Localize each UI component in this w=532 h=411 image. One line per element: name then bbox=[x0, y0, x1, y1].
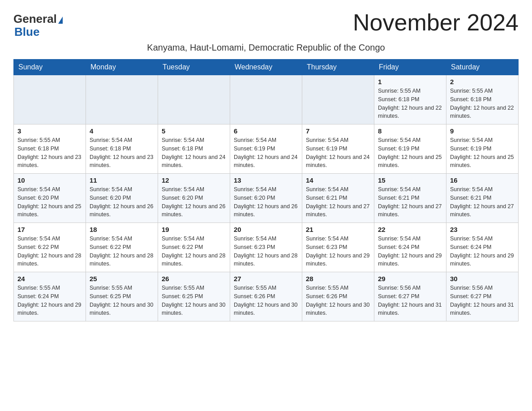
day-info: Sunrise: 5:56 AMSunset: 6:27 PMDaylight:… bbox=[450, 284, 515, 317]
day-number: 12 bbox=[162, 176, 226, 184]
table-row: 1Sunrise: 5:55 AMSunset: 6:18 PMDaylight… bbox=[374, 75, 446, 124]
day-number: 27 bbox=[234, 275, 298, 283]
day-number: 17 bbox=[17, 226, 82, 233]
day-info: Sunrise: 5:54 AMSunset: 6:20 PMDaylight:… bbox=[162, 185, 226, 219]
location-title: Kanyama, Haut-Lomami, Democratic Republi… bbox=[13, 43, 519, 53]
day-info: Sunrise: 5:54 AMSunset: 6:18 PMDaylight:… bbox=[90, 136, 154, 170]
day-number: 7 bbox=[306, 127, 370, 135]
logo-triangle-icon bbox=[58, 17, 63, 24]
day-info: Sunrise: 5:54 AMSunset: 6:22 PMDaylight:… bbox=[162, 235, 226, 268]
day-info: Sunrise: 5:55 AMSunset: 6:25 PMDaylight:… bbox=[90, 284, 154, 317]
table-row: 2Sunrise: 5:55 AMSunset: 6:18 PMDaylight… bbox=[446, 75, 519, 124]
table-row: 28Sunrise: 5:55 AMSunset: 6:26 PMDayligh… bbox=[302, 272, 374, 321]
table-row: 29Sunrise: 5:56 AMSunset: 6:27 PMDayligh… bbox=[374, 272, 446, 321]
table-row: 26Sunrise: 5:55 AMSunset: 6:25 PMDayligh… bbox=[158, 272, 230, 321]
day-number: 20 bbox=[234, 226, 298, 233]
day-number: 1 bbox=[378, 78, 442, 86]
table-row: 25Sunrise: 5:55 AMSunset: 6:25 PMDayligh… bbox=[86, 272, 158, 321]
day-number: 21 bbox=[306, 226, 370, 233]
day-number: 5 bbox=[162, 127, 226, 135]
col-saturday: Saturday bbox=[446, 60, 519, 75]
day-info: Sunrise: 5:55 AMSunset: 6:18 PMDaylight:… bbox=[378, 87, 442, 120]
day-info: Sunrise: 5:54 AMSunset: 6:21 PMDaylight:… bbox=[378, 185, 442, 219]
day-info: Sunrise: 5:54 AMSunset: 6:21 PMDaylight:… bbox=[450, 185, 515, 219]
table-row bbox=[230, 75, 302, 124]
table-row: 4Sunrise: 5:54 AMSunset: 6:18 PMDaylight… bbox=[86, 124, 158, 174]
col-friday: Friday bbox=[374, 60, 446, 75]
table-row: 13Sunrise: 5:54 AMSunset: 6:20 PMDayligh… bbox=[230, 174, 302, 223]
table-row: 30Sunrise: 5:56 AMSunset: 6:27 PMDayligh… bbox=[446, 272, 519, 321]
table-row: 5Sunrise: 5:54 AMSunset: 6:18 PMDaylight… bbox=[158, 124, 230, 174]
page-header: General Blue November 2024 bbox=[13, 9, 519, 38]
logo-general: General bbox=[13, 13, 63, 26]
calendar-week-row: 3Sunrise: 5:55 AMSunset: 6:18 PMDaylight… bbox=[14, 124, 519, 174]
table-row: 6Sunrise: 5:54 AMSunset: 6:19 PMDaylight… bbox=[230, 124, 302, 174]
day-info: Sunrise: 5:54 AMSunset: 6:20 PMDaylight:… bbox=[90, 185, 154, 219]
day-number: 18 bbox=[90, 226, 154, 233]
day-info: Sunrise: 5:54 AMSunset: 6:19 PMDaylight:… bbox=[378, 136, 442, 170]
day-number: 9 bbox=[450, 127, 515, 135]
col-monday: Monday bbox=[86, 60, 158, 75]
day-info: Sunrise: 5:54 AMSunset: 6:24 PMDaylight:… bbox=[450, 235, 515, 268]
day-number: 24 bbox=[17, 275, 82, 283]
table-row: 15Sunrise: 5:54 AMSunset: 6:21 PMDayligh… bbox=[374, 174, 446, 223]
day-number: 8 bbox=[378, 127, 442, 135]
table-row: 10Sunrise: 5:54 AMSunset: 6:20 PMDayligh… bbox=[14, 174, 86, 223]
table-row: 9Sunrise: 5:54 AMSunset: 6:19 PMDaylight… bbox=[446, 124, 519, 174]
table-row bbox=[302, 75, 374, 124]
logo: General Blue bbox=[13, 13, 63, 38]
day-info: Sunrise: 5:55 AMSunset: 6:26 PMDaylight:… bbox=[306, 284, 370, 317]
logo-blue-text: Blue bbox=[14, 26, 63, 39]
col-wednesday: Wednesday bbox=[230, 60, 302, 75]
day-number: 3 bbox=[17, 127, 82, 135]
day-number: 26 bbox=[162, 275, 226, 283]
day-info: Sunrise: 5:54 AMSunset: 6:22 PMDaylight:… bbox=[17, 235, 82, 268]
day-number: 6 bbox=[234, 127, 298, 135]
table-row: 18Sunrise: 5:54 AMSunset: 6:22 PMDayligh… bbox=[86, 223, 158, 272]
day-number: 25 bbox=[90, 275, 154, 283]
day-info: Sunrise: 5:54 AMSunset: 6:23 PMDaylight:… bbox=[234, 235, 298, 268]
calendar-week-row: 17Sunrise: 5:54 AMSunset: 6:22 PMDayligh… bbox=[14, 223, 519, 272]
calendar-week-row: 1Sunrise: 5:55 AMSunset: 6:18 PMDaylight… bbox=[14, 75, 519, 124]
calendar-header-row: Sunday Monday Tuesday Wednesday Thursday… bbox=[14, 60, 519, 75]
col-sunday: Sunday bbox=[14, 60, 86, 75]
day-number: 22 bbox=[378, 226, 442, 233]
day-info: Sunrise: 5:54 AMSunset: 6:22 PMDaylight:… bbox=[90, 235, 154, 268]
table-row: 20Sunrise: 5:54 AMSunset: 6:23 PMDayligh… bbox=[230, 223, 302, 272]
table-row: 8Sunrise: 5:54 AMSunset: 6:19 PMDaylight… bbox=[374, 124, 446, 174]
col-thursday: Thursday bbox=[302, 60, 374, 75]
table-row: 17Sunrise: 5:54 AMSunset: 6:22 PMDayligh… bbox=[14, 223, 86, 272]
day-number: 4 bbox=[90, 127, 154, 135]
col-tuesday: Tuesday bbox=[158, 60, 230, 75]
day-number: 23 bbox=[450, 226, 515, 233]
day-info: Sunrise: 5:55 AMSunset: 6:18 PMDaylight:… bbox=[450, 87, 515, 120]
day-info: Sunrise: 5:54 AMSunset: 6:19 PMDaylight:… bbox=[306, 136, 370, 170]
table-row bbox=[86, 75, 158, 124]
day-info: Sunrise: 5:54 AMSunset: 6:21 PMDaylight:… bbox=[306, 185, 370, 219]
table-row: 21Sunrise: 5:54 AMSunset: 6:23 PMDayligh… bbox=[302, 223, 374, 272]
table-row bbox=[158, 75, 230, 124]
day-number: 29 bbox=[378, 275, 442, 283]
day-number: 19 bbox=[162, 226, 226, 233]
month-title: November 2024 bbox=[353, 9, 519, 36]
day-info: Sunrise: 5:54 AMSunset: 6:24 PMDaylight:… bbox=[378, 235, 442, 268]
day-number: 14 bbox=[306, 176, 370, 184]
table-row: 22Sunrise: 5:54 AMSunset: 6:24 PMDayligh… bbox=[374, 223, 446, 272]
table-row: 11Sunrise: 5:54 AMSunset: 6:20 PMDayligh… bbox=[86, 174, 158, 223]
day-number: 2 bbox=[450, 78, 515, 86]
calendar-table: Sunday Monday Tuesday Wednesday Thursday… bbox=[13, 59, 519, 321]
table-row: 3Sunrise: 5:55 AMSunset: 6:18 PMDaylight… bbox=[14, 124, 86, 174]
day-info: Sunrise: 5:55 AMSunset: 6:26 PMDaylight:… bbox=[234, 284, 298, 317]
table-row: 14Sunrise: 5:54 AMSunset: 6:21 PMDayligh… bbox=[302, 174, 374, 223]
day-number: 30 bbox=[450, 275, 515, 283]
table-row: 16Sunrise: 5:54 AMSunset: 6:21 PMDayligh… bbox=[446, 174, 519, 223]
day-number: 15 bbox=[378, 176, 442, 184]
day-info: Sunrise: 5:54 AMSunset: 6:19 PMDaylight:… bbox=[450, 136, 515, 170]
day-info: Sunrise: 5:56 AMSunset: 6:27 PMDaylight:… bbox=[378, 284, 442, 317]
calendar-week-row: 10Sunrise: 5:54 AMSunset: 6:20 PMDayligh… bbox=[14, 174, 519, 223]
day-info: Sunrise: 5:55 AMSunset: 6:18 PMDaylight:… bbox=[17, 136, 82, 170]
day-info: Sunrise: 5:54 AMSunset: 6:19 PMDaylight:… bbox=[234, 136, 298, 170]
table-row: 12Sunrise: 5:54 AMSunset: 6:20 PMDayligh… bbox=[158, 174, 230, 223]
day-info: Sunrise: 5:54 AMSunset: 6:20 PMDaylight:… bbox=[234, 185, 298, 219]
day-info: Sunrise: 5:54 AMSunset: 6:18 PMDaylight:… bbox=[162, 136, 226, 170]
